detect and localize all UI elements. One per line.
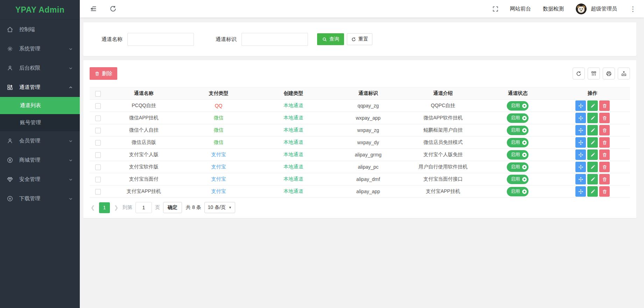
edit-button[interactable]	[587, 137, 598, 148]
row-delete-button[interactable]	[599, 100, 610, 111]
reset-button-label: 重置	[358, 36, 368, 42]
cell-create-type: 本地通道	[256, 149, 331, 161]
sidebar-item-label: 系统管理	[19, 46, 40, 52]
row-checkbox[interactable]	[95, 140, 101, 146]
cell-create-type: 本地通道	[256, 161, 331, 173]
cell-intro: 支付宝APP挂机	[406, 186, 481, 198]
table-row: 支付宝当面付 支付宝 本地通道 alipay_dmf 支付宝当面付接口 启用	[90, 173, 630, 186]
sidebar-subitem-account-manage[interactable]: 账号管理	[0, 114, 80, 131]
move-button[interactable]	[575, 100, 586, 111]
edit-button[interactable]	[587, 186, 598, 197]
next-page-icon[interactable]: ❯	[113, 204, 119, 211]
row-delete-button[interactable]	[599, 162, 610, 172]
cell-code: wxpay_zg	[331, 124, 406, 136]
sidebar-item-dashboard[interactable]: 控制端	[0, 20, 80, 39]
trash-icon	[94, 71, 100, 76]
more-menu-icon[interactable]: ⋮	[630, 6, 636, 12]
row-delete-button[interactable]	[599, 174, 610, 184]
status-toggle[interactable]: 启用	[507, 138, 528, 147]
toggle-knob	[522, 128, 527, 133]
status-toggle[interactable]: 启用	[507, 126, 528, 135]
cell-pay-type: 微信	[181, 124, 256, 136]
row-checkbox[interactable]	[95, 103, 101, 109]
table-columns-button[interactable]	[588, 68, 600, 79]
move-button[interactable]	[575, 125, 586, 135]
cell-create-type: 本地通道	[256, 173, 331, 186]
row-checkbox[interactable]	[95, 115, 101, 121]
status-toggle[interactable]: 启用	[507, 113, 528, 123]
sidebar-item-system[interactable]: 系统管理	[0, 39, 80, 58]
move-button[interactable]	[575, 137, 586, 148]
page-word-label: 页	[155, 204, 160, 211]
sidebar-subitem-channel-list[interactable]: 通道列表	[0, 97, 80, 114]
sidebar-item-members[interactable]: 会员管理	[0, 131, 80, 150]
goto-confirm-button[interactable]: 确定	[163, 202, 182, 213]
row-delete-button[interactable]	[599, 149, 610, 160]
sidebar-item-mall[interactable]: 商城管理	[0, 150, 80, 170]
row-delete-button[interactable]	[599, 137, 610, 148]
chevron-up-icon	[69, 85, 73, 90]
row-delete-button[interactable]	[599, 113, 610, 123]
cell-code: alipay_app	[331, 186, 406, 198]
refresh-icon[interactable]	[109, 5, 117, 13]
move-button[interactable]	[575, 149, 586, 160]
row-delete-button[interactable]	[599, 125, 610, 135]
status-toggle[interactable]: 启用	[507, 162, 528, 172]
cell-name: 支付宝当面付	[106, 173, 181, 186]
sidebar-item-security[interactable]: 安全管理	[0, 170, 80, 189]
row-checkbox[interactable]	[95, 128, 101, 133]
move-button[interactable]	[575, 174, 586, 184]
row-delete-button[interactable]	[599, 186, 610, 197]
fullscreen-icon[interactable]	[492, 6, 499, 12]
table-export-button[interactable]	[618, 68, 630, 79]
edit-button[interactable]	[587, 100, 598, 111]
query-button[interactable]: 查询	[317, 33, 344, 45]
sidebar-item-admin-perms[interactable]: 后台权限	[0, 58, 80, 78]
current-page-button[interactable]: 1	[99, 202, 110, 213]
row-checkbox[interactable]	[95, 164, 101, 170]
select-all-checkbox[interactable]	[95, 91, 101, 97]
sidebar-item-label: 安全管理	[19, 176, 40, 183]
chevron-down-icon	[69, 66, 73, 70]
row-checkbox[interactable]	[95, 177, 101, 182]
chevron-down-icon	[69, 177, 73, 182]
toggle-knob	[522, 116, 527, 120]
sidebar-item-downloads[interactable]: 下载管理	[0, 189, 80, 208]
export-icon	[621, 71, 627, 77]
data-check-link[interactable]: 数据检测	[543, 6, 564, 12]
username-label[interactable]: 超级管理员	[591, 6, 617, 12]
cell-pay-type: 支付宝	[181, 186, 256, 198]
status-label: 启用	[511, 188, 520, 195]
status-toggle[interactable]: 启用	[507, 187, 528, 196]
edit-button[interactable]	[587, 113, 598, 123]
edit-button[interactable]	[587, 149, 598, 160]
table-print-button[interactable]	[603, 68, 615, 79]
status-toggle[interactable]: 启用	[507, 101, 528, 111]
edit-button[interactable]	[587, 162, 598, 172]
edit-button[interactable]	[587, 125, 598, 135]
move-button[interactable]	[575, 162, 586, 172]
status-toggle[interactable]: 启用	[507, 175, 528, 184]
move-button[interactable]	[575, 186, 586, 197]
sidebar-item-channels[interactable]: 通道管理	[0, 78, 80, 97]
goto-page-input[interactable]	[135, 202, 152, 213]
sidebar-item-label: 会员管理	[19, 138, 40, 144]
edit-button[interactable]	[587, 174, 598, 184]
table-row: PCQQ自挂 QQ 本地通道 qqpay_zg QQPC自挂 启用	[90, 100, 630, 112]
user-avatar[interactable]	[576, 4, 587, 14]
row-checkbox[interactable]	[95, 189, 101, 195]
site-front-link[interactable]: 网站前台	[510, 6, 531, 12]
menu-fold-icon[interactable]	[90, 5, 97, 13]
channel-code-input[interactable]	[241, 33, 308, 46]
cell-intro: 用户自行使用软件挂机	[406, 161, 481, 173]
row-checkbox[interactable]	[95, 152, 101, 158]
channel-name-input[interactable]	[127, 33, 194, 46]
page-size-select[interactable]: 10 条/页 ▼	[204, 202, 235, 213]
reset-button[interactable]: 重置	[347, 33, 372, 45]
table-refresh-button[interactable]	[573, 68, 585, 79]
column-header: 支付类型	[181, 88, 256, 100]
prev-page-icon[interactable]: ❮	[90, 204, 96, 211]
delete-button[interactable]: 删除	[90, 67, 117, 80]
move-button[interactable]	[575, 113, 586, 123]
status-toggle[interactable]: 启用	[507, 150, 528, 160]
